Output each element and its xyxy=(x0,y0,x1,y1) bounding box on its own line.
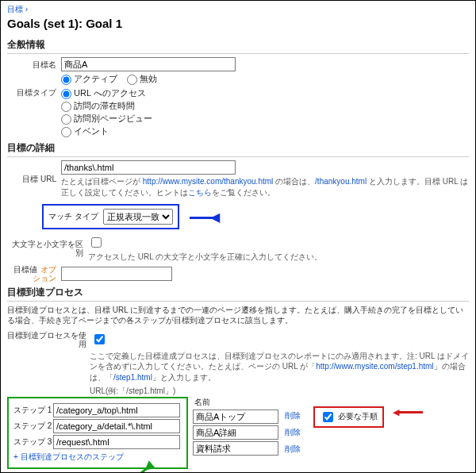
step3-delete-link[interactable]: 削除 xyxy=(285,444,301,455)
case-checkbox[interactable] xyxy=(91,237,102,248)
type-url-radio[interactable] xyxy=(61,89,71,99)
match-type-select[interactable]: 正規表現一致 xyxy=(103,209,173,225)
name-header: 名前 xyxy=(194,397,278,408)
case-hint: アクセスした URL の大文字と小文字を正確に入力してください。 xyxy=(88,252,469,263)
match-type-box: マッチ タイプ 正規表現一致 xyxy=(42,204,179,229)
goal-value-input[interactable] xyxy=(61,267,172,281)
use-funnel-hint: ここで定義した目標達成プロセスは、目標到達プロセスのレポートにのみ適用されます。… xyxy=(90,351,469,383)
step1-name-input[interactable] xyxy=(193,410,278,424)
goal-url-hint: たとえば目標ページが http://www.mysite.com/thankyo… xyxy=(61,176,469,198)
arrow-blue-icon: ◀ xyxy=(190,210,220,224)
required-step-label: 必要な手順 xyxy=(338,412,378,421)
add-step-link[interactable]: + 目標到達プロセスのステップ xyxy=(13,452,124,461)
goal-type-label: 目標タイプ xyxy=(7,87,61,97)
step1-label: ステップ 1 xyxy=(13,405,53,416)
disabled-radio[interactable] xyxy=(127,75,137,85)
goal-name-input[interactable] xyxy=(61,57,236,71)
type-url-label: URL へのアクセス xyxy=(74,88,146,98)
goal-value-label: 目標値 xyxy=(13,265,37,274)
active-radio[interactable] xyxy=(61,75,71,85)
type-duration-label: 訪問の滞在時間 xyxy=(74,101,135,110)
steps-box: ステップ 1 ステップ 2 ステップ 3 + 目標到達プロセスのステップ xyxy=(7,397,188,469)
active-label: アクティブ xyxy=(74,74,117,83)
section-details: 目標の詳細 xyxy=(7,141,469,157)
arrow-red-icon: ◀ xyxy=(393,407,423,417)
step2-delete-link[interactable]: 削除 xyxy=(285,427,301,438)
step1-url-input[interactable] xyxy=(53,403,180,417)
type-duration-radio[interactable] xyxy=(61,102,71,112)
required-step-box: 必要な手順 xyxy=(313,406,384,428)
breadcrumb-sep: › xyxy=(25,5,28,13)
step3-name-input[interactable] xyxy=(193,441,278,456)
type-event-radio[interactable] xyxy=(61,127,71,137)
step1-delete-link[interactable]: 削除 xyxy=(285,410,301,421)
breadcrumb-goals[interactable]: 目標 xyxy=(7,5,23,13)
step2-name-input[interactable] xyxy=(193,425,278,440)
type-event-label: イベント xyxy=(74,126,109,136)
use-funnel-checkbox[interactable] xyxy=(94,334,105,344)
goal-name-label: 目標名 xyxy=(7,60,61,69)
goal-url-label: 目標 URL xyxy=(7,175,61,183)
url-example-label: URL(例:「/step1.html」) xyxy=(90,386,469,397)
step3-label: ステップ 3 xyxy=(13,436,53,448)
step3-url-input[interactable] xyxy=(53,435,180,449)
section-general: 全般情報 xyxy=(7,38,469,54)
use-funnel-label: 目標到達プロセスを使用 xyxy=(7,331,91,348)
step2-label: ステップ 2 xyxy=(13,421,53,432)
goal-url-input[interactable] xyxy=(61,160,236,175)
disabled-label: 無効 xyxy=(140,74,157,83)
section-funnel: 目標到達プロセス xyxy=(7,286,469,302)
page-title: Goals (set 1): Goal 1 xyxy=(7,17,469,30)
type-pages-radio[interactable] xyxy=(61,114,71,125)
funnel-desc: 目標到達プロセスとは、目標 URL に到達するまでの一連のページ遷移を指します。… xyxy=(7,305,469,326)
type-pages-label: 訪問別ページビュー xyxy=(74,113,152,123)
match-type-label: マッチ タイプ xyxy=(48,211,98,222)
step2-url-input[interactable] xyxy=(53,419,180,433)
required-step-checkbox[interactable] xyxy=(323,412,333,422)
case-label: 大文字と小文字を区別 xyxy=(7,240,88,257)
hint-link[interactable]: こちら xyxy=(188,188,212,197)
